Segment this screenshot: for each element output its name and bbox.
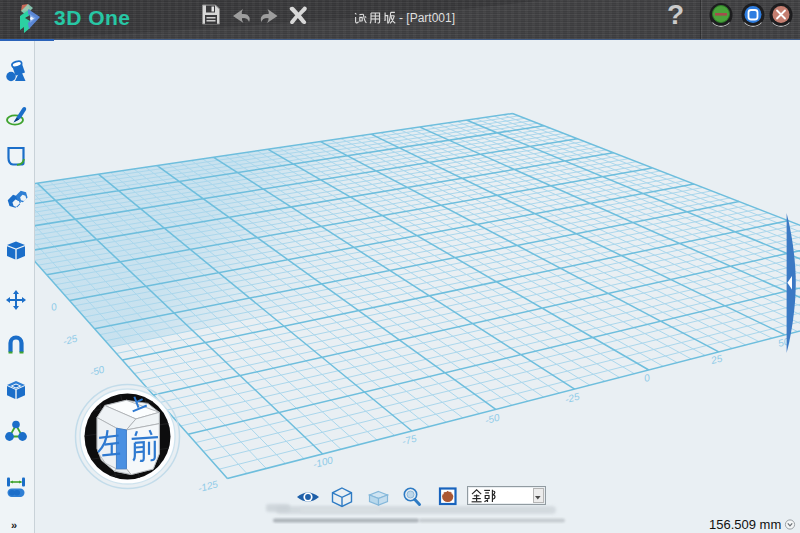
svg-text:-50: -50: [484, 412, 501, 426]
svg-text:0: 0: [50, 301, 59, 313]
svg-text:-75: -75: [401, 433, 418, 447]
svg-text:-125: -125: [197, 478, 220, 494]
svg-text:25: 25: [709, 352, 724, 366]
svg-text:-100: -100: [312, 454, 335, 470]
svg-text:0: 0: [643, 372, 651, 384]
svg-text:-25: -25: [62, 332, 79, 346]
svg-text:-50: -50: [89, 363, 106, 377]
svg-text:-25: -25: [564, 391, 581, 405]
svg-text:»: »: [11, 519, 17, 531]
